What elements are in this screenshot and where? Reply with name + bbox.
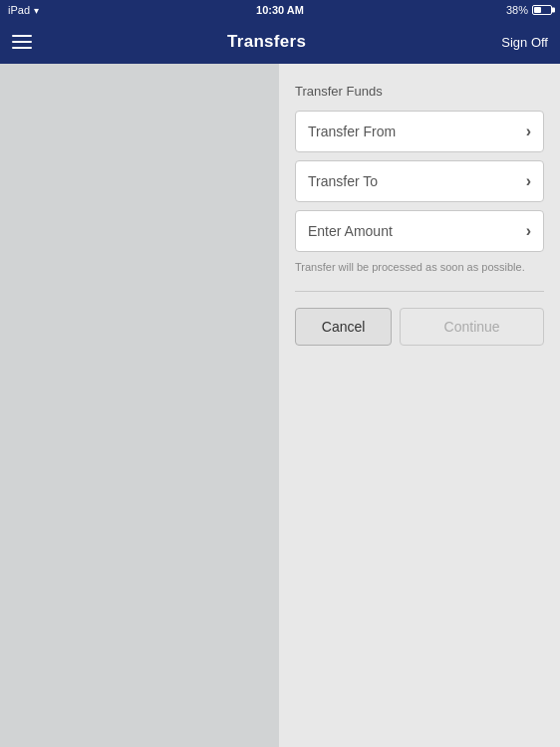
status-bar: iPad ▾ 10:30 AM 38% xyxy=(0,0,560,20)
cancel-button[interactable]: Cancel xyxy=(295,308,392,346)
button-row: Cancel Continue xyxy=(295,308,544,346)
status-time: 10:30 AM xyxy=(256,4,304,16)
transfer-to-chevron-icon: › xyxy=(526,172,531,190)
sign-off-button[interactable]: Sign Off xyxy=(501,35,548,50)
transfer-to-label: Transfer To xyxy=(308,173,378,189)
status-right: 38% xyxy=(506,4,552,16)
menu-icon[interactable] xyxy=(12,35,32,49)
page-title: Transfers xyxy=(227,32,306,52)
device-label: iPad xyxy=(8,4,30,16)
enter-amount-label: Enter Amount xyxy=(308,223,393,239)
main-content: Transfer Funds Transfer From › Transfer … xyxy=(0,64,560,747)
transfer-from-chevron-icon: › xyxy=(526,123,531,140)
info-text: Transfer will be processed as soon as po… xyxy=(295,260,544,275)
wifi-icon: ▾ xyxy=(34,5,39,16)
continue-button[interactable]: Continue xyxy=(400,308,544,346)
enter-amount-field[interactable]: Enter Amount › xyxy=(295,210,544,252)
battery-icon xyxy=(532,5,552,15)
transfer-from-field[interactable]: Transfer From › xyxy=(295,111,544,152)
nav-bar: Transfers Sign Off xyxy=(0,20,560,64)
transfer-from-label: Transfer From xyxy=(308,124,396,139)
divider xyxy=(295,291,544,292)
section-title: Transfer Funds xyxy=(295,84,544,99)
left-panel xyxy=(0,64,279,747)
enter-amount-chevron-icon: › xyxy=(526,222,531,240)
right-panel: Transfer Funds Transfer From › Transfer … xyxy=(279,64,560,747)
status-left: iPad ▾ xyxy=(8,4,39,16)
battery-percent: 38% xyxy=(506,4,528,16)
transfer-to-field[interactable]: Transfer To › xyxy=(295,160,544,202)
